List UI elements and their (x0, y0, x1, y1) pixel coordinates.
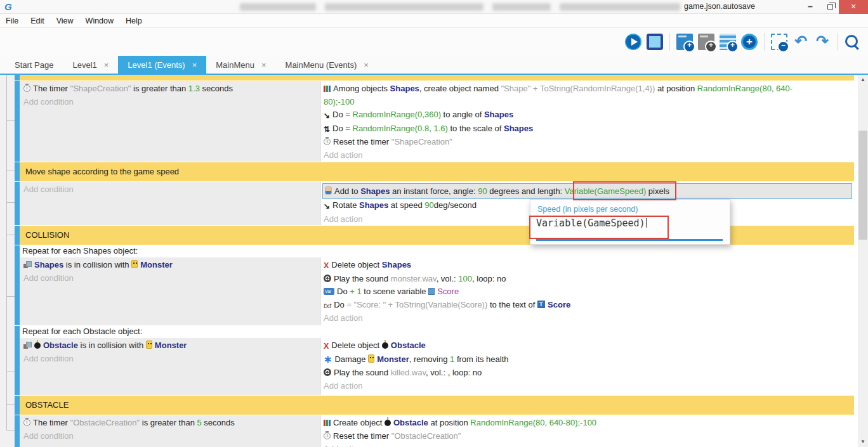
text-segment: = "Score: " + ToString(Variable(Score)) (346, 300, 487, 309)
condition-line[interactable]: The timer "ObstacleCreation" is greater … (23, 417, 320, 430)
add-comment-icon[interactable] (720, 34, 736, 50)
tab-mainmenu[interactable]: MainMenu× (206, 56, 275, 74)
tab-level1-events[interactable]: Level1 (Events)× (118, 56, 206, 74)
event-handle[interactable] (15, 162, 20, 181)
action-line[interactable]: Damage Monster, removing 1 from its heal… (324, 353, 852, 367)
close-button[interactable]: × (839, 0, 868, 14)
comment-text[interactable]: Move shape according to the game speed (20, 162, 854, 181)
text-segment: Monster (140, 260, 173, 269)
event-handle[interactable] (15, 396, 20, 415)
action-line[interactable]: Among objects Shapes, create object name… (324, 82, 852, 108)
action-line[interactable]: Create object Obstacle at position Rando… (324, 417, 852, 430)
menu-help[interactable]: Help (126, 16, 142, 25)
preview-icon[interactable] (625, 34, 641, 50)
restore-button[interactable] (821, 0, 839, 14)
condition-line[interactable]: The timer "ShapeCreation" is greater tha… (23, 82, 320, 96)
minimize-button[interactable]: – (801, 0, 820, 14)
add-condition-button[interactable]: Add condition (23, 272, 320, 285)
action-line[interactable]: Do + 1 to scene variable Score (324, 285, 852, 299)
event-handle[interactable] (15, 182, 20, 225)
event-body: Shapes is in collision with MonsterAdd c… (20, 257, 854, 325)
comment-text[interactable] (20, 75, 854, 81)
action-line[interactable]: Play the sound monster.wav, vol.: 100, l… (324, 273, 852, 286)
comment-text[interactable]: OBSTACLE (20, 396, 854, 415)
obstacle-icon (385, 420, 391, 426)
tree-tick (6, 372, 15, 372)
text-segment: "ShapeCreation" (70, 84, 131, 93)
action-line[interactable]: Play the sound killed.wav, vol.: , loop:… (324, 366, 852, 380)
action-line[interactable]: Do = "Score: " + ToString(Variable(Score… (324, 299, 852, 313)
tree-tick (6, 404, 15, 405)
tab-label: Start Page (15, 60, 53, 70)
menu-view[interactable]: View (56, 16, 74, 25)
actions-column: Create object Obstacle at position Rando… (320, 415, 854, 447)
event-handle[interactable] (15, 326, 20, 395)
add-condition-button[interactable]: Add condition (23, 96, 320, 109)
row-body: OBSTACLE (20, 396, 854, 415)
action-line[interactable]: Do = RandomInRange(0.8, 1.6) to the scal… (324, 122, 852, 136)
debugger-icon[interactable] (647, 34, 663, 50)
action-line[interactable]: Delete object Obstacle (324, 339, 852, 353)
event-handle[interactable] (15, 245, 20, 325)
tree-tick (6, 296, 15, 297)
event-handle[interactable] (15, 81, 20, 162)
add-action-button[interactable]: Add action (324, 149, 852, 162)
events-sheet: The timer "ShapeCreation" is greater tha… (0, 75, 868, 447)
menu-file[interactable]: File (6, 16, 18, 25)
vertical-scrollbar[interactable]: ▲ ▼ (858, 75, 868, 447)
repeat-header[interactable]: Repeat for each Shapes object: (20, 245, 854, 257)
events-margin (0, 75, 15, 447)
scroll-up-arrow-icon[interactable]: ▲ (858, 75, 868, 85)
condition-line[interactable]: Obstacle is in collision with Monster (23, 339, 320, 353)
add-condition-button[interactable]: Add condition (23, 353, 320, 366)
text-segment: seconds (202, 418, 235, 427)
unselect-icon[interactable] (771, 34, 787, 50)
text-segment: to scene variable (362, 287, 429, 296)
action-line[interactable]: Delete object Shapes (324, 259, 852, 273)
menu-edit[interactable]: Edit (30, 16, 44, 25)
event-handle[interactable] (15, 226, 20, 245)
close-tab-icon[interactable]: × (364, 60, 369, 70)
add-subevent-icon[interactable] (698, 34, 714, 50)
action-line[interactable]: Reset the timer "ShapeCreation" (324, 136, 852, 149)
add-action-button[interactable]: Add action (324, 443, 852, 447)
action-line[interactable]: Do = RandomInRange(0,360) to angle of Sh… (324, 108, 852, 122)
text-segment: RandomInRange(80, 640-80);-100 (470, 418, 596, 427)
text-segment: Do (337, 287, 350, 296)
tab-mainmenu-events[interactable]: MainMenu (Events)× (276, 56, 378, 74)
close-tab-icon[interactable]: × (261, 60, 266, 70)
add-condition-button[interactable]: Add condition (23, 430, 320, 443)
condition-line[interactable]: Shapes is in collision with Monster (23, 259, 320, 272)
monster-icon (368, 354, 374, 363)
text-segment: Shapes (484, 110, 513, 119)
actions-column: Among objects Shapes, create object name… (320, 81, 854, 162)
add-action-button[interactable]: Add action (324, 380, 852, 393)
add-condition-button[interactable]: Add condition (23, 183, 320, 197)
menu-window[interactable]: Window (86, 16, 114, 25)
text-segment: monster.wav (391, 274, 437, 283)
event-handle[interactable] (15, 75, 20, 81)
repeat-header[interactable]: Repeat for each Obstacle object: (20, 326, 854, 338)
add-other-icon[interactable] (741, 34, 758, 50)
text-segment: from its health (454, 354, 508, 364)
collision-icon (23, 342, 32, 349)
text-segment: "Shape" + ToString(RandomInRange(1,4)) (501, 84, 655, 93)
close-tab-icon[interactable]: × (192, 60, 197, 70)
sound-icon (324, 275, 331, 282)
action-line[interactable]: Reset the timer "ObstacleCreation" (324, 430, 852, 443)
event-handle[interactable] (15, 415, 20, 447)
scrollbar-thumb[interactable] (858, 131, 867, 240)
text-segment: , removing (409, 354, 450, 364)
redo-icon[interactable] (814, 34, 831, 50)
undo-icon[interactable] (792, 34, 809, 50)
text-segment: = RandomInRange(0.8, 1.6) (345, 124, 448, 133)
collision-icon (23, 261, 32, 268)
add-action-button[interactable]: Add action (324, 312, 852, 325)
add-event-icon[interactable] (676, 34, 693, 50)
close-tab-icon[interactable]: × (104, 60, 109, 70)
scroll-down-arrow-icon[interactable]: ▼ (858, 437, 868, 447)
text-segment: Shapes (390, 84, 419, 93)
search-icon[interactable] (844, 34, 860, 50)
tab-level1[interactable]: Level1× (63, 56, 118, 74)
tab-start-page[interactable]: Start Page (5, 56, 63, 74)
